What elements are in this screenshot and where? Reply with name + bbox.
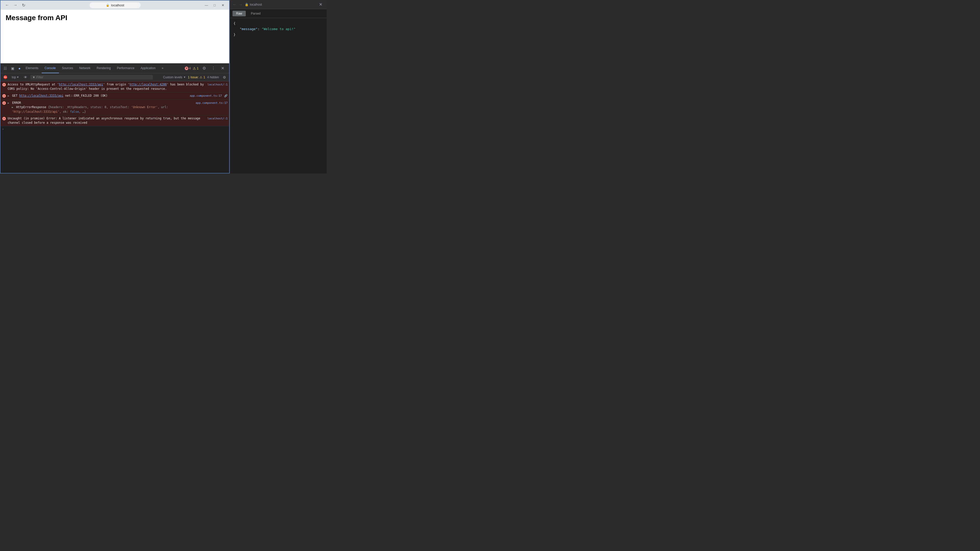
tab-performance[interactable]: Performance xyxy=(114,64,138,73)
api-json-content: { "message": "Welcome to api!" } xyxy=(230,18,327,173)
tab-console[interactable]: Console xyxy=(41,64,59,73)
error-icon-2: ✕ xyxy=(2,94,6,98)
nav-buttons: ← → ↻ xyxy=(3,2,27,9)
cors-url-link-2[interactable]: http://localhost:4200 xyxy=(130,83,167,86)
error-icon-4: ✕ xyxy=(2,117,6,121)
tab-elements-label: Elements xyxy=(25,66,38,70)
reload-button[interactable]: ↻ xyxy=(20,2,27,9)
api-titlebar: ← → 🔒 localhost ✕ xyxy=(230,0,327,9)
console-message-get: ✕ ► GET http://localhost:3333/api net::E… xyxy=(0,93,229,100)
filter-area: ▼ xyxy=(30,75,153,79)
tab-application[interactable]: Application xyxy=(138,64,159,73)
forward-button[interactable]: → xyxy=(12,2,19,9)
console-toolbar-right: Custom levels ▼ 1 Issue: ⚠ 1 4 hidden ⚙ xyxy=(163,74,228,81)
error-count: 4 xyxy=(189,67,191,70)
api-tab-raw[interactable]: Raw xyxy=(232,11,246,16)
context-label: top xyxy=(12,76,16,79)
expand-arrow-2[interactable]: ► xyxy=(8,101,10,105)
api-forward-button[interactable]: → xyxy=(239,2,243,7)
tab-console-label: Console xyxy=(45,66,56,70)
levels-label: Custom levels xyxy=(163,76,182,79)
json-open-brace: { xyxy=(234,21,323,26)
maximize-button[interactable]: □ xyxy=(211,2,218,8)
filter-icon: ▼ xyxy=(32,76,35,79)
external-link-icon: 🔗 xyxy=(224,94,228,97)
chevron-down-icon: ▼ xyxy=(17,76,19,79)
cors-url-link-1[interactable]: http://localhost:3333/api xyxy=(59,83,103,86)
tab-rendering-label: Rendering xyxy=(97,66,111,70)
console-message-cors: ✕ Access to XMLHttpRequest at 'http://lo… xyxy=(0,81,229,93)
json-close-brace: } xyxy=(234,32,323,38)
api-close-button[interactable]: ✕ xyxy=(317,1,324,8)
warning-icon: ⚠ xyxy=(192,66,196,70)
console-message-error: ✕ ► ERROR ► HttpErrorResponse {headers: … xyxy=(0,100,229,115)
tab-application-label: Application xyxy=(141,66,156,70)
get-error-text: ► GET http://localhost:3333/api net::ERR… xyxy=(8,94,188,98)
filter-input[interactable] xyxy=(36,76,151,79)
http-error-location[interactable]: app.component.ts:17 xyxy=(196,101,228,105)
api-url-bar: 🔒 localhost xyxy=(245,3,262,6)
tab-network-label: Network xyxy=(80,66,91,70)
cors-error-location[interactable]: localhost/:1 xyxy=(207,83,228,86)
eye-button[interactable]: 👁 xyxy=(22,74,29,81)
api-back-button[interactable]: ← xyxy=(232,2,237,7)
devtools-device-icon[interactable]: ● xyxy=(16,64,22,73)
error-icon-1: ✕ xyxy=(2,83,6,87)
api-url-text: localhost xyxy=(250,3,262,6)
console-input-row: › xyxy=(0,126,229,132)
warning-badge: ⚠ 1 xyxy=(192,66,199,70)
window-controls: — □ ✕ xyxy=(203,2,226,8)
devtools-inspect-icon[interactable]: ▣ xyxy=(9,64,16,73)
issues-warning-icon: ⚠ xyxy=(200,76,202,79)
error-icon-3: ✕ xyxy=(2,101,6,105)
console-message-uncaught: ✕ Uncaught (in promise) Error: A listene… xyxy=(0,115,229,127)
console-messages-area[interactable]: ✕ Access to XMLHttpRequest at 'http://lo… xyxy=(0,81,229,173)
devtools-settings-button[interactable]: ⚙ xyxy=(200,65,208,72)
warning-count: 1 xyxy=(197,67,199,70)
tab-performance-label: Performance xyxy=(117,66,135,70)
expand-arrow-1[interactable]: ► xyxy=(8,94,10,97)
console-toolbar: ⛔ top ▼ 👁 ▼ Custom levels ▼ 1 Issue: ⚠ 1 xyxy=(0,73,229,81)
devtools-more-button[interactable]: ⋮ xyxy=(210,65,217,72)
hidden-badge: 4 hidden xyxy=(207,76,219,79)
devtools-status: ✕ 4 ⚠ 1 ⚙ ⋮ ✕ xyxy=(183,65,228,72)
uncaught-error-text: Uncaught (in promise) Error: A listener … xyxy=(8,116,205,125)
tab-rendering[interactable]: Rendering xyxy=(94,64,114,73)
api-tab-parsed[interactable]: Parsed xyxy=(247,11,264,16)
url-bar[interactable]: 🔒 localhost xyxy=(89,2,141,8)
tab-sources[interactable]: Sources xyxy=(59,64,76,73)
devtools-dock-icon[interactable]: ☷ xyxy=(2,64,9,73)
cors-error-text: Access to XMLHttpRequest at 'http://loca… xyxy=(8,83,205,91)
tab-more[interactable]: » xyxy=(159,64,166,73)
get-url-link[interactable]: http://localhost:3333/api xyxy=(19,94,63,97)
browser-titlebar: ← → ↻ 🔒 localhost — □ ✕ xyxy=(0,0,229,10)
url-text: localhost xyxy=(111,3,124,7)
context-selector[interactable]: top ▼ xyxy=(10,75,21,79)
minimize-button[interactable]: — xyxy=(203,2,210,8)
error-x-icon: ✕ xyxy=(185,67,188,70)
api-lock-icon: 🔒 xyxy=(245,3,248,6)
expand-arrow-3[interactable]: ► xyxy=(12,106,14,109)
error-badge: ✕ 4 xyxy=(185,67,191,70)
get-error-location[interactable]: app.component.ts:17 🔗 xyxy=(190,94,228,97)
levels-chevron-icon: ▼ xyxy=(183,76,186,79)
console-prompt-icon: › xyxy=(2,127,4,131)
devtools-panel: ☷ ▣ ● Elements Console Sources Network R… xyxy=(0,63,229,173)
devtools-close-button[interactable]: ✕ xyxy=(219,65,226,72)
back-button[interactable]: ← xyxy=(3,2,11,9)
page-content: Message from API xyxy=(0,10,229,63)
tab-sources-label: Sources xyxy=(62,66,73,70)
issues-text: 1 Issue: xyxy=(188,76,199,79)
close-button[interactable]: ✕ xyxy=(220,2,226,8)
api-tabs-row: Raw Parsed xyxy=(230,9,327,18)
tab-elements[interactable]: Elements xyxy=(22,64,41,73)
clear-console-button[interactable]: ⛔ xyxy=(2,74,9,81)
browser-window: ← → ↻ 🔒 localhost — □ ✕ Message from API… xyxy=(0,0,230,173)
issues-count: 1 xyxy=(204,76,205,79)
log-levels-selector[interactable]: Custom levels ▼ xyxy=(163,76,186,79)
lock-icon: 🔒 xyxy=(106,3,110,7)
tab-network[interactable]: Network xyxy=(76,64,94,73)
api-response-panel: ← → 🔒 localhost ✕ Raw Parsed { "message"… xyxy=(230,0,327,173)
console-settings-button[interactable]: ⚙ xyxy=(221,74,228,81)
uncaught-error-location[interactable]: localhost/:1 xyxy=(207,117,228,120)
